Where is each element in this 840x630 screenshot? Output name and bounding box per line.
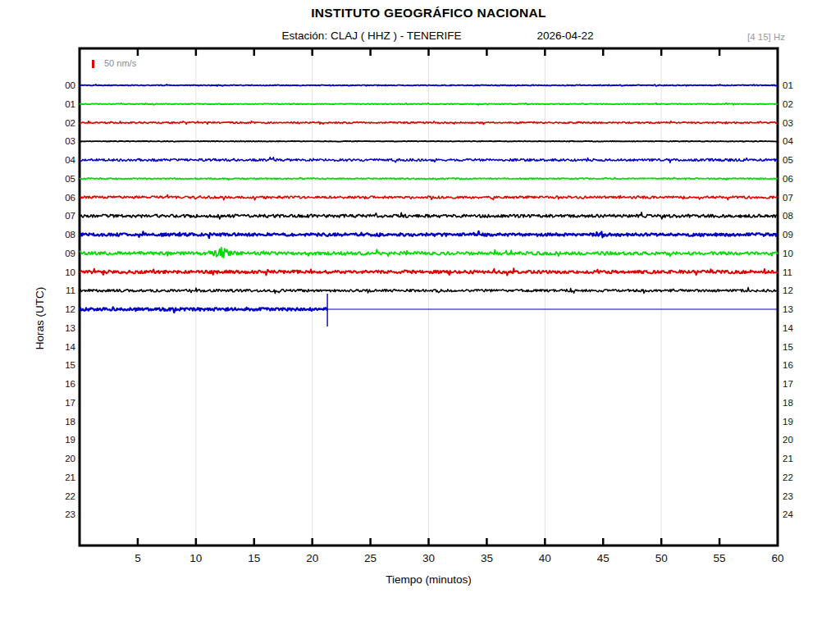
x-tick-label-30: 30 (415, 552, 443, 564)
hour-label-right-17: 17 (783, 378, 807, 390)
hour-label-right-16: 16 (783, 359, 807, 371)
x-tick-label-45: 45 (589, 552, 617, 564)
hour-label-right-14: 14 (783, 322, 807, 334)
hour-label-left-11: 11 (52, 285, 75, 296)
hour-label-left-08: 08 (52, 229, 75, 240)
hour-label-left-10: 10 (52, 267, 75, 278)
hour-label-left-22: 22 (52, 491, 75, 502)
hour-label-right-02: 02 (783, 98, 807, 110)
hour-label-left-04: 04 (52, 154, 75, 166)
hour-label-left-21: 21 (52, 472, 75, 483)
hour-label-right-09: 09 (783, 229, 807, 240)
x-tick-label-55: 55 (705, 552, 733, 564)
hour-label-left-13: 13 (52, 322, 75, 334)
hour-label-right-20: 20 (783, 434, 807, 445)
hour-label-left-05: 05 (52, 173, 75, 185)
trace-hour-03 (80, 141, 778, 142)
hour-label-left-17: 17 (52, 397, 75, 409)
x-tick-label-10: 10 (182, 552, 210, 564)
hour-label-right-11: 11 (783, 267, 807, 278)
hour-label-right-13: 13 (783, 304, 807, 315)
hour-label-right-03: 03 (783, 117, 807, 129)
hour-label-left-15: 15 (52, 359, 75, 371)
trace-hour-12 (80, 307, 327, 313)
helicorder-plot (0, 0, 840, 630)
x-tick-label-20: 20 (299, 552, 326, 564)
hour-label-left-00: 00 (52, 80, 75, 91)
hour-label-left-03: 03 (52, 135, 75, 147)
x-tick-label-5: 5 (124, 552, 152, 564)
hour-label-left-20: 20 (52, 453, 75, 464)
hour-label-right-15: 15 (783, 341, 807, 353)
helicorder-page: INSTITUTO GEOGRÁFICO NACIONAL Estación: … (0, 0, 840, 630)
hour-label-left-16: 16 (52, 378, 75, 390)
hour-label-right-04: 04 (783, 135, 807, 147)
hour-label-left-07: 07 (52, 210, 75, 221)
hour-label-right-22: 22 (783, 472, 807, 483)
trace-hour-00 (80, 84, 778, 86)
hour-label-right-24: 24 (783, 509, 807, 520)
hour-label-left-12: 12 (52, 304, 75, 315)
hour-label-right-07: 07 (783, 192, 807, 203)
x-tick-label-50: 50 (647, 552, 675, 564)
hour-label-right-21: 21 (783, 453, 807, 464)
hour-label-right-08: 08 (783, 210, 807, 221)
hour-label-left-02: 02 (52, 117, 75, 129)
hour-label-left-06: 06 (52, 192, 75, 203)
hour-label-right-23: 23 (783, 491, 807, 502)
hour-label-right-10: 10 (783, 248, 807, 259)
hour-label-right-05: 05 (783, 154, 807, 166)
hour-label-left-19: 19 (52, 434, 75, 445)
x-tick-label-40: 40 (531, 552, 559, 564)
hour-label-right-01: 01 (783, 80, 807, 91)
hour-label-right-19: 19 (783, 416, 807, 427)
x-tick-label-15: 15 (240, 552, 268, 564)
hour-label-right-12: 12 (783, 285, 807, 296)
hour-label-left-14: 14 (52, 341, 75, 353)
x-tick-label-35: 35 (472, 552, 500, 564)
hour-label-left-09: 09 (52, 248, 75, 259)
hour-label-left-01: 01 (52, 98, 75, 110)
x-tick-label-60: 60 (764, 552, 792, 564)
x-tick-label-25: 25 (357, 552, 385, 564)
hour-label-left-23: 23 (52, 509, 75, 520)
hour-label-right-06: 06 (783, 173, 807, 185)
hour-label-left-18: 18 (52, 416, 75, 427)
hour-label-right-18: 18 (783, 397, 807, 409)
